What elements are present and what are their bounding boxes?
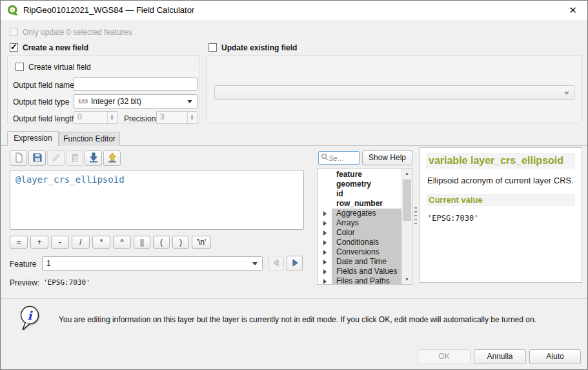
only-update-checkbox[interactable]: Only update 0 selected features bbox=[10, 28, 132, 37]
function-group-label: Arrays bbox=[336, 218, 359, 227]
function-search-box[interactable] bbox=[318, 151, 360, 165]
function-group-date-and-time[interactable]: Date and Time bbox=[318, 257, 401, 267]
function-item-id[interactable]: id bbox=[318, 189, 401, 199]
feature-label: Feature bbox=[10, 260, 36, 269]
function-group-conversions[interactable]: Conversions bbox=[318, 247, 401, 257]
existing-field-dropdown[interactable] bbox=[214, 85, 574, 100]
integer-type-icon: 123 bbox=[78, 98, 88, 105]
scrollbar-thumb[interactable] bbox=[403, 180, 411, 221]
chevron-down-icon bbox=[564, 92, 569, 95]
function-group-color[interactable]: Color bbox=[318, 228, 401, 238]
function-group-files-and-paths[interactable]: Files and Paths bbox=[318, 276, 401, 285]
function-item-geometry[interactable]: geometry bbox=[318, 180, 401, 189]
expand-arrow-icon[interactable] bbox=[323, 269, 327, 274]
function-help-panel: variable layer_crs_ellipsoid Ellipsoid a… bbox=[419, 147, 582, 283]
expand-arrow-icon[interactable] bbox=[323, 231, 327, 236]
output-field-name-input[interactable] bbox=[74, 77, 198, 91]
function-group-label: Conditionals bbox=[336, 238, 379, 247]
search-input[interactable] bbox=[329, 154, 354, 162]
expand-arrow-icon[interactable] bbox=[323, 240, 327, 245]
operator-newline-button[interactable]: '\n' bbox=[192, 236, 211, 249]
output-field-name-label: Output field name bbox=[13, 81, 74, 90]
tab-function-editor[interactable]: Function Editor bbox=[59, 132, 120, 146]
preview-label: Preview: bbox=[10, 278, 39, 287]
chevron-down-icon bbox=[187, 100, 192, 103]
delete-expression-button[interactable] bbox=[66, 150, 83, 166]
output-field-type-value: Integer (32 bit) bbox=[91, 97, 141, 106]
expand-arrow-icon[interactable] bbox=[323, 250, 327, 255]
current-value: 'EPSG:7030' bbox=[427, 214, 574, 223]
function-list-scrollbar[interactable]: ▲ ▼ bbox=[401, 169, 412, 284]
function-group-label: Files and Paths bbox=[336, 276, 390, 285]
operator-concat-button[interactable]: || bbox=[134, 236, 150, 249]
expand-arrow-icon[interactable] bbox=[323, 211, 327, 216]
new-file-icon bbox=[14, 152, 24, 165]
expand-arrow-icon[interactable] bbox=[323, 279, 327, 284]
search-icon bbox=[321, 153, 329, 163]
expand-arrow-icon[interactable] bbox=[323, 221, 327, 226]
checkbox-icon bbox=[15, 63, 24, 71]
precision-value: 3 bbox=[160, 112, 165, 121]
expression-editor[interactable]: @layer_crs_ellipsoid bbox=[10, 170, 304, 230]
next-feature-button[interactable] bbox=[287, 256, 303, 271]
scroll-up-icon[interactable]: ▲ bbox=[402, 169, 412, 178]
function-group-conditionals[interactable]: Conditionals bbox=[318, 238, 401, 247]
operator-power-button[interactable]: ^ bbox=[113, 236, 131, 249]
update-existing-field-checkbox[interactable]: Update existing field bbox=[208, 43, 297, 52]
edit-mode-notice: You are editing information on this laye… bbox=[59, 315, 562, 324]
help-title: variable layer_crs_ellipsoid bbox=[426, 153, 575, 169]
export-up-arrow-icon bbox=[107, 152, 117, 165]
help-button[interactable]: Aiuto bbox=[529, 349, 581, 364]
function-group-label: Conversions bbox=[336, 247, 380, 256]
function-item-label: geometry bbox=[336, 180, 371, 189]
output-field-length-value: 0 bbox=[77, 112, 82, 121]
operator-equals-button[interactable]: = bbox=[10, 236, 28, 249]
ok-button[interactable]: OK bbox=[418, 349, 471, 364]
feature-dropdown[interactable]: 1 bbox=[42, 256, 263, 271]
cancel-button[interactable]: Annulla bbox=[474, 349, 526, 364]
panel-splitter-handle[interactable] bbox=[414, 207, 417, 224]
tab-function-editor-label: Function Editor bbox=[63, 134, 116, 143]
scroll-down-icon[interactable]: ▼ bbox=[402, 274, 412, 284]
import-expression-button[interactable] bbox=[85, 150, 102, 166]
operator-multiply-button[interactable]: * bbox=[92, 236, 110, 249]
operator-open-paren-button[interactable]: ( bbox=[153, 236, 170, 249]
function-group-aggregates[interactable]: Aggregates bbox=[318, 209, 401, 218]
window-title: RipGeo01012021_WGS84 — Field Calculator bbox=[23, 5, 194, 15]
operator-divide-button[interactable]: / bbox=[72, 236, 90, 249]
import-down-arrow-icon bbox=[88, 152, 99, 165]
create-new-field-label: Create a new field bbox=[23, 43, 88, 52]
show-help-button[interactable]: Show Help bbox=[362, 150, 412, 165]
output-field-type-dropdown[interactable]: 123 Integer (32 bit) bbox=[74, 94, 198, 108]
create-virtual-field-checkbox[interactable]: Create virtual field bbox=[15, 63, 91, 72]
save-expression-button[interactable] bbox=[28, 150, 46, 166]
pencil-icon bbox=[51, 152, 61, 165]
function-group-label: Aggregates bbox=[336, 209, 376, 218]
create-new-field-checkbox[interactable]: Create a new field bbox=[10, 43, 88, 52]
operator-close-paren-button[interactable]: ) bbox=[172, 236, 189, 249]
precision-spinner[interactable]: 3 ▲▼ bbox=[156, 111, 198, 124]
function-item-feature[interactable]: feature bbox=[318, 170, 401, 180]
operator-plus-button[interactable]: + bbox=[30, 236, 48, 249]
qgis-logo-icon bbox=[7, 5, 19, 16]
preview-value: 'EPSG:7030' bbox=[43, 278, 90, 287]
function-group-fields-and-values[interactable]: Fields and Values bbox=[318, 267, 401, 276]
update-field-groupbox bbox=[206, 55, 582, 123]
export-expression-button[interactable] bbox=[103, 150, 121, 166]
next-arrow-icon bbox=[290, 258, 299, 269]
feature-value: 1 bbox=[46, 259, 51, 268]
previous-feature-button[interactable] bbox=[268, 256, 284, 271]
tab-expression[interactable]: Expression bbox=[7, 131, 59, 146]
field-calculator-dialog: RipGeo01012021_WGS84 — Field Calculator … bbox=[0, 0, 588, 370]
function-group-arrays[interactable]: Arrays bbox=[318, 218, 401, 228]
new-expression-button[interactable] bbox=[10, 150, 27, 166]
tab-expression-label: Expression bbox=[14, 134, 52, 143]
output-field-length-spinner[interactable]: 0 ▲▼ bbox=[74, 111, 117, 124]
close-icon[interactable]: ✕ bbox=[558, 1, 587, 20]
function-item-row-number[interactable]: row_number bbox=[318, 199, 401, 209]
function-list: feature geometry id row_number Aggregate… bbox=[317, 168, 412, 285]
expand-arrow-icon[interactable] bbox=[323, 260, 327, 265]
operator-minus-button[interactable]: - bbox=[51, 236, 69, 249]
output-field-length-label: Output field length bbox=[13, 114, 76, 123]
edit-expression-button[interactable] bbox=[47, 150, 65, 166]
